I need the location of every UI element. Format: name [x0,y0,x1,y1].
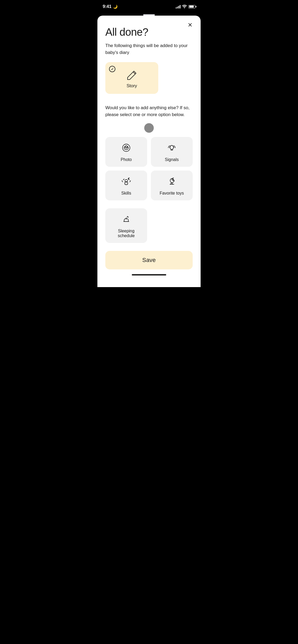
home-bar [132,274,166,275]
option-favorite-toys[interactable]: Favorite toys [151,171,193,200]
last-row: Sleeping schedule [105,208,193,243]
sleeping-schedule-icon [121,214,132,226]
close-icon: ✕ [188,22,192,29]
check-circle: ✓ [109,66,115,72]
status-icons [176,5,195,8]
story-label: Story [112,83,152,89]
story-card: ✓ Story [105,62,158,94]
moon-icon: 🌙 [113,4,118,9]
option-signals[interactable]: Signals [151,137,193,167]
signals-label: Signals [165,157,179,162]
close-button[interactable]: ✕ [186,21,194,29]
extra-prompt: Would you like to add anything else? If … [105,104,193,118]
phone-container: 9:41 🌙 ✕ All done? The f [97,0,201,287]
svg-point-5 [172,179,173,180]
photo-label: Photo [121,157,132,162]
signals-icon [166,142,177,155]
scroll-dot [144,123,154,133]
subtitle-text: The following things will be added to yo… [105,42,193,56]
favorite-toys-label: Favorite toys [160,191,184,196]
option-photo[interactable]: Photo [105,137,147,167]
checkmark-icon: ✓ [111,67,114,71]
wifi-icon [182,5,187,8]
modal-sheet: ✕ All done? The following things will be… [97,16,201,287]
status-bar: 9:41 🌙 [97,0,201,13]
photo-icon [121,142,132,155]
options-grid: Photo Signals [105,137,193,200]
option-sleeping-schedule[interactable]: Sleeping schedule [105,208,147,243]
status-time: 9:41 [103,4,111,9]
skills-icon [121,176,132,188]
spacer [105,243,193,251]
option-skills[interactable]: Skills [105,171,147,200]
scroll-indicator [105,123,193,133]
battery-icon [188,5,195,8]
pencil-icon [126,70,138,81]
favorite-toys-icon [166,176,177,188]
svg-point-1 [123,144,130,151]
page-title: All done? [105,26,193,38]
story-icon-area [112,70,152,81]
save-button[interactable]: Save [105,251,193,269]
home-indicator [105,272,193,277]
signal-icon [176,5,180,8]
sleeping-schedule-label: Sleeping schedule [110,229,143,238]
skills-label: Skills [121,191,131,196]
